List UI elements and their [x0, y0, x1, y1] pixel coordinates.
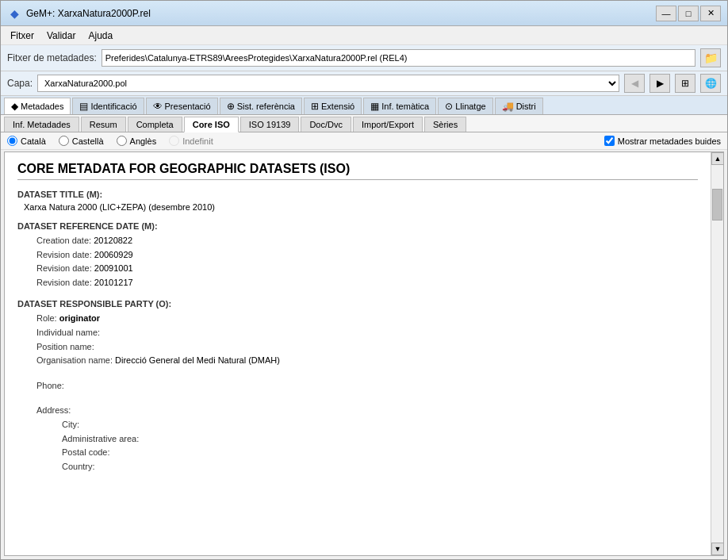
tab-distribucio-label: Distri	[516, 102, 536, 111]
org-name-value: Direcció General del Medi Natural (DMAH)	[115, 355, 280, 365]
dataset-ref-date-section: DATASET REFERENCE DATE (M): Creation dat…	[17, 221, 698, 290]
browse-button[interactable]: 📁	[700, 48, 721, 67]
maximize-button[interactable]: □	[678, 6, 699, 21]
individual-name-label: Individual name:	[36, 328, 100, 337]
inf-tematica-icon: ▦	[370, 101, 379, 112]
sub-tab-core-iso[interactable]: Core ISO	[184, 117, 239, 132]
responsible-party-section: DATASET RESPONSIBLE PARTY (O): Role: ori…	[17, 299, 698, 474]
file-path-input[interactable]	[102, 49, 695, 67]
dataset-title-label: DATASET TITLE (M):	[17, 190, 698, 199]
identificacio-icon: ▤	[79, 101, 88, 112]
menu-validar[interactable]: Validar	[40, 29, 82, 43]
lang-catala-radio[interactable]	[7, 136, 17, 146]
phone-label: Phone:	[36, 381, 64, 390]
sub-tab-resum[interactable]: Resum	[81, 117, 126, 132]
tab-presentacio-label: Presentació	[165, 102, 211, 111]
file-label: Fitxer de metadades:	[7, 52, 97, 63]
role-field: Role: originator	[17, 312, 698, 326]
revision-date-3-value: 20101217	[94, 278, 133, 287]
content-scroll[interactable]: CORE METADATA FOR GEOGRAPHIC DATASETS (I…	[5, 152, 711, 555]
app-icon: ◆	[7, 6, 21, 21]
lang-angles-radio[interactable]	[117, 136, 127, 146]
extensio-icon: ⊞	[311, 101, 319, 112]
main-window: ◆ GeM+: XarxaNatura2000P.rel — □ ✕ Fitxe…	[0, 0, 728, 560]
tab-sist-referencia-label: Sist. referència	[237, 102, 295, 111]
scroll-down-arrow[interactable]: ▼	[711, 543, 724, 555]
revision-date-2-value: 20091001	[94, 263, 133, 273]
tab-sist-referencia[interactable]: ⊕ Sist. referència	[220, 98, 302, 114]
tab-llinatge[interactable]: ⊙ Llinatge	[438, 98, 493, 114]
close-button[interactable]: ✕	[700, 6, 721, 21]
city-field: City:	[17, 418, 698, 432]
show-empty-checkbox[interactable]	[604, 136, 615, 146]
scroll-track[interactable]	[711, 165, 723, 543]
role-label: Role:	[36, 313, 59, 323]
tab-extensio[interactable]: ⊞ Extensió	[304, 98, 362, 114]
sub-tab-import-export[interactable]: Import/Export	[353, 117, 423, 132]
individual-name-field: Individual name:	[17, 326, 698, 340]
scroll-thumb[interactable]	[712, 189, 722, 221]
tab-llinatge-label: Llinatge	[455, 102, 486, 111]
dataset-ref-date-label: DATASET REFERENCE DATE (M):	[17, 221, 698, 231]
tab-identificacio-label: Identificació	[90, 102, 136, 111]
revision-date-1-field: Revision date: 20060929	[17, 248, 698, 263]
revision-date-1-label: Revision date:	[36, 250, 94, 259]
sub-tab-series-label: Sèries	[433, 120, 458, 129]
main-tab-bar: ◆ Metadades ▤ Identificació 👁 Presentaci…	[1, 96, 727, 115]
sub-tab-series[interactable]: Sèries	[424, 117, 466, 132]
distribucio-icon: 🚚	[502, 101, 514, 112]
position-name-field: Position name:	[17, 340, 698, 355]
tab-extensio-label: Extensió	[321, 102, 354, 111]
dataset-title-section: DATASET TITLE (M): Xarxa Natura 2000 (LI…	[17, 190, 698, 212]
menu-fitxer[interactable]: Fitxer	[4, 29, 40, 43]
folder-icon: 📁	[704, 52, 718, 64]
tab-metadades-label: Metadades	[21, 102, 63, 111]
tab-presentacio[interactable]: 👁 Presentació	[146, 98, 218, 114]
org-name-field: Organisation name: Direcció General del …	[17, 354, 698, 368]
sub-tab-iso19139[interactable]: ISO 19139	[240, 117, 300, 132]
creation-date-field: Creation date: 20120822	[17, 234, 698, 248]
minimize-button[interactable]: —	[656, 6, 676, 21]
country-label: Country:	[62, 462, 95, 471]
nav-next-button[interactable]: ▶	[649, 74, 670, 93]
window-controls: — □ ✕	[656, 6, 721, 21]
sub-tab-doc-dvc[interactable]: Doc/Dvc	[301, 117, 351, 132]
nav-prev-button[interactable]: ◀	[624, 74, 645, 93]
revision-date-2-label: Revision date:	[36, 263, 94, 273]
tab-identificacio[interactable]: ▤ Identificació	[72, 98, 144, 114]
scrollbar[interactable]: ▲ ▼	[711, 152, 723, 555]
show-empty-label: Mostrar metadades buides	[618, 136, 721, 146]
address-label: Address:	[36, 405, 71, 415]
lang-angles-label: Anglès	[130, 136, 157, 146]
revision-date-3-label: Revision date:	[36, 278, 94, 287]
lang-castella-label: Castellà	[72, 136, 104, 146]
sub-tab-completa-label: Completa	[136, 120, 174, 129]
phone-field: Phone:	[17, 379, 698, 393]
language-bar: Català Castellà Anglès Indefinit Mostrar…	[1, 132, 727, 150]
menu-ajuda[interactable]: Ajuda	[82, 29, 119, 43]
content-area: CORE METADATA FOR GEOGRAPHIC DATASETS (I…	[4, 152, 724, 556]
lang-castella-radio[interactable]	[59, 136, 69, 146]
sub-tab-inf-metadades[interactable]: Inf. Metadades	[4, 117, 79, 132]
revision-date-3-field: Revision date: 20101217	[17, 276, 698, 290]
revision-date-1-value: 20060929	[94, 250, 133, 259]
lang-indefinit-label: Indefinit	[182, 136, 213, 146]
nav-table-button[interactable]: ⊞	[675, 74, 695, 93]
lang-angles-group: Anglès	[117, 136, 157, 146]
scroll-up-arrow[interactable]: ▲	[711, 152, 724, 165]
sub-tab-completa[interactable]: Completa	[128, 117, 182, 132]
city-label: City:	[62, 420, 79, 429]
nav-globe-button[interactable]: 🌐	[700, 74, 721, 93]
tab-distribucio[interactable]: 🚚 Distri	[495, 98, 543, 114]
admin-area-label: Administrative area:	[62, 434, 139, 443]
layer-select[interactable]: XarxaNatura2000.pol	[37, 75, 619, 92]
layer-label: Capa:	[7, 78, 33, 89]
tab-inf-tematica[interactable]: ▦ Inf. temàtica	[363, 98, 436, 114]
lang-catala-group: Català	[7, 136, 46, 146]
file-toolbar: Fitxer de metadades: 📁	[1, 45, 727, 71]
sub-tab-iso19139-label: ISO 19139	[249, 120, 291, 129]
sub-tab-resum-label: Resum	[90, 120, 117, 129]
presentacio-icon: 👁	[153, 101, 163, 112]
tab-metadades[interactable]: ◆ Metadades	[4, 98, 71, 115]
show-empty-group: Mostrar metadades buides	[604, 136, 721, 146]
